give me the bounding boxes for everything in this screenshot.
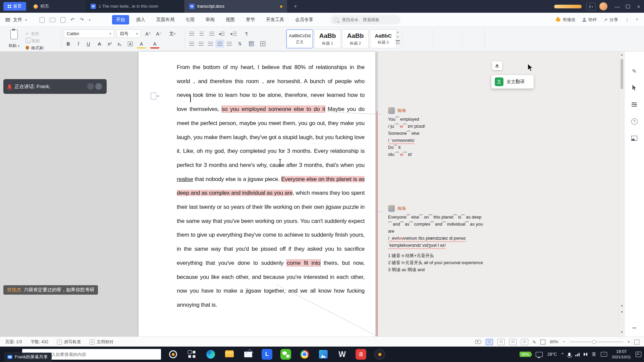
italic-button[interactable]: I bbox=[74, 40, 83, 48]
read-view-button[interactable] bbox=[521, 339, 528, 345]
touch-keyboard-icon[interactable] bbox=[601, 352, 607, 357]
page-settings-button[interactable]: ▾ bbox=[151, 93, 159, 100]
scrollbar-thumb[interactable] bbox=[621, 59, 623, 89]
previous-page-arrow[interactable]: ▲ bbox=[619, 304, 625, 307]
increase-indent-button[interactable]: ▸ bbox=[229, 29, 238, 38]
print-preview-icon[interactable] bbox=[60, 17, 65, 23]
more-menu-icon[interactable]: ⋮ bbox=[625, 17, 629, 22]
pinyin-guide-button[interactable]: 文▾ bbox=[166, 29, 179, 38]
doc-tab-doc2[interactable]: Wtranscript.docx bbox=[184, 0, 287, 13]
save-icon[interactable] bbox=[40, 17, 45, 23]
fit-zoom-icon[interactable] bbox=[540, 340, 545, 345]
decrease-indent-button[interactable]: ◂ bbox=[217, 29, 226, 38]
subscript-button[interactable]: x₂ bbox=[115, 40, 124, 48]
update-badge[interactable]: 2▾ bbox=[586, 3, 596, 11]
task-view-icon[interactable] bbox=[186, 349, 197, 360]
modified-status[interactable]: 有修改 bbox=[556, 17, 576, 23]
paragraph-mark-button[interactable]: ¶ bbox=[242, 29, 251, 38]
multilevel-list-button[interactable] bbox=[207, 29, 216, 38]
home-tab[interactable]: 首页 bbox=[3, 2, 26, 11]
bold-button[interactable]: B bbox=[64, 40, 73, 48]
chevron-down-icon[interactable]: ▾ bbox=[89, 18, 91, 22]
maximize-button[interactable] bbox=[623, 0, 633, 13]
tab-dev-tools[interactable]: 开发工具 bbox=[262, 15, 288, 24]
zoom-in-button[interactable]: + bbox=[628, 340, 630, 344]
align-right-button[interactable] bbox=[206, 40, 215, 48]
settings-sliders-icon[interactable] bbox=[629, 99, 640, 110]
font-name-select[interactable]: Calibri ▾ bbox=[64, 29, 114, 38]
style-card-2[interactable]: AaBb标题 1 bbox=[314, 29, 341, 48]
outline-view-button[interactable] bbox=[509, 339, 517, 345]
bullets-button[interactable] bbox=[187, 29, 196, 38]
strikethrough-button[interactable]: A bbox=[95, 40, 104, 48]
tab-view[interactable]: 视图 bbox=[222, 15, 239, 24]
document-page[interactable]: From the bottom of my heart, I believe t… bbox=[139, 52, 375, 337]
distribute-button[interactable] bbox=[225, 40, 233, 48]
line-spacing-button[interactable]: ⇅ bbox=[235, 40, 244, 48]
superscript-button[interactable]: x² bbox=[105, 40, 114, 48]
youdao-dict-icon[interactable]: 道 bbox=[356, 349, 366, 360]
cut-button[interactable]: ✂ 剪切 bbox=[25, 31, 39, 37]
tray-expand-icon[interactable]: ^ bbox=[561, 352, 564, 357]
page-indicator[interactable]: 页面: 1/3 bbox=[5, 339, 22, 345]
style-card-3[interactable]: AaBb标题 2 bbox=[342, 29, 369, 48]
collapse-ribbon-icon[interactable]: ^ bbox=[636, 17, 638, 22]
underline-button[interactable]: U bbox=[84, 40, 93, 48]
comment-card[interactable]: 瀚瀚Everyone⁀ else⁀ on⁀ this planet⁀ is⁀ a… bbox=[388, 205, 485, 273]
temperature-indicator[interactable]: 28°C bbox=[547, 352, 557, 357]
network-signal-icon[interactable] bbox=[575, 352, 581, 356]
tab-section[interactable]: 章节 bbox=[242, 15, 259, 24]
minimize-button[interactable]: — bbox=[612, 0, 623, 13]
vertical-scrollbar[interactable]: ▲ ▲ ▼ ▼ bbox=[619, 52, 624, 337]
scroll-down-arrow[interactable]: ▼ bbox=[619, 330, 625, 334]
spell-check-toggle[interactable]: ✓ 拼写检查 bbox=[57, 339, 81, 345]
character-border-button[interactable]: A bbox=[126, 40, 135, 48]
font-color-button[interactable]: A bbox=[150, 40, 159, 49]
word-count[interactable]: 字数: 432 bbox=[31, 339, 48, 345]
numbering-button[interactable] bbox=[197, 29, 206, 38]
file-explorer-icon[interactable] bbox=[224, 349, 235, 360]
zoom-slider-thumb[interactable] bbox=[592, 340, 596, 344]
undo-icon[interactable]: ↶ bbox=[70, 17, 75, 23]
fullscreen-icon[interactable] bbox=[634, 340, 639, 345]
mail-icon[interactable] bbox=[243, 349, 254, 360]
borders-button[interactable] bbox=[258, 40, 267, 48]
align-left-button[interactable] bbox=[187, 40, 196, 48]
tab-home[interactable]: 开始 bbox=[112, 15, 129, 24]
align-center-button[interactable] bbox=[197, 40, 205, 48]
ink-pen-icon[interactable]: ✎ bbox=[533, 340, 536, 345]
command-search-input[interactable] bbox=[341, 17, 396, 22]
listary-icon[interactable] bbox=[168, 349, 178, 360]
tab-review[interactable]: 审阅 bbox=[202, 15, 219, 24]
scroll-down-icon[interactable]: ▾ bbox=[397, 35, 399, 39]
eye-protect-icon[interactable] bbox=[475, 340, 481, 344]
close-button[interactable]: × bbox=[633, 0, 644, 13]
doc-tab-doc1[interactable]: W1 The man belie...le in this room bbox=[86, 0, 184, 13]
wechat-icon[interactable] bbox=[280, 349, 291, 360]
shading-button[interactable] bbox=[247, 40, 256, 48]
gallery-icon[interactable] bbox=[629, 133, 640, 143]
next-page-arrow[interactable]: ▼ bbox=[619, 310, 625, 314]
scroll-up-icon[interactable]: ▴ bbox=[397, 30, 399, 34]
battery-indicator[interactable]: 95% bbox=[520, 352, 531, 357]
print-icon[interactable] bbox=[50, 18, 55, 22]
user-avatar[interactable] bbox=[599, 2, 608, 11]
input-language-indicator[interactable]: 英 bbox=[592, 352, 596, 357]
justify-button[interactable] bbox=[215, 40, 224, 48]
new-tab-button[interactable]: + bbox=[291, 3, 300, 10]
l-app-icon[interactable]: L bbox=[262, 349, 272, 360]
zoom-percent[interactable]: 80% bbox=[550, 340, 558, 344]
highlight-color-button[interactable]: A bbox=[137, 40, 146, 49]
display-cast-icon[interactable] bbox=[536, 352, 543, 357]
chrome-icon[interactable] bbox=[299, 349, 310, 360]
zoom-out-button[interactable]: − bbox=[562, 340, 565, 344]
zoom-slider[interactable] bbox=[570, 342, 623, 342]
collaborate-button[interactable]: 协作 bbox=[582, 17, 597, 23]
clock[interactable]: 19:07 2021/10/11 bbox=[612, 349, 631, 359]
more-tools-icon[interactable]: ••• bbox=[629, 322, 640, 333]
wps-writer-icon[interactable]: W bbox=[337, 349, 347, 360]
action-center-icon[interactable] bbox=[636, 352, 641, 357]
style-card-4[interactable]: AaBbC标题 3 bbox=[370, 29, 396, 48]
full-text-translate-button[interactable]: 文 全文翻译 bbox=[491, 75, 534, 88]
document-paragraph[interactable]: From the bottom of my heart, I believe t… bbox=[177, 60, 365, 312]
